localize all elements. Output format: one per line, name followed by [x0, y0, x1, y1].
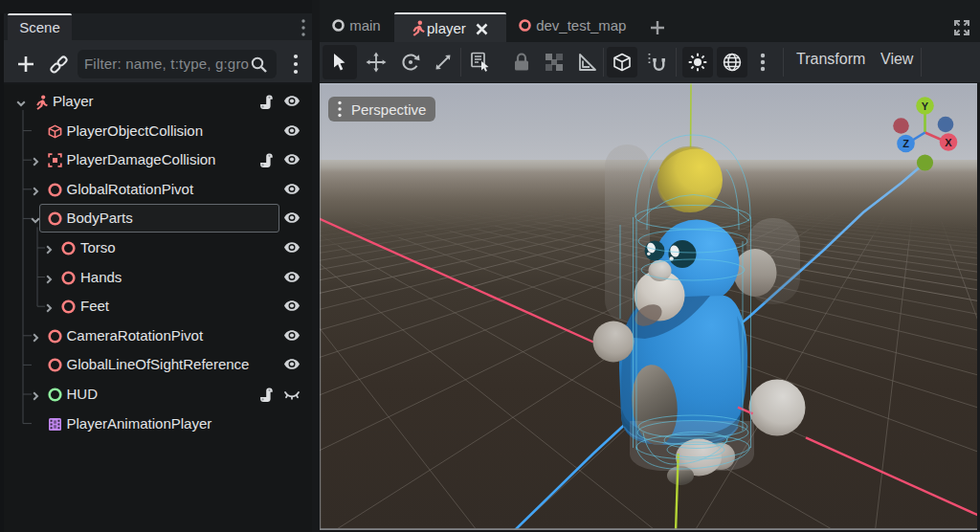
svg-text:Y: Y — [922, 100, 929, 112]
svg-text:Perspective: Perspective — [351, 101, 426, 118]
svg-text:X: X — [945, 137, 952, 148]
svg-text:Z: Z — [902, 138, 909, 149]
